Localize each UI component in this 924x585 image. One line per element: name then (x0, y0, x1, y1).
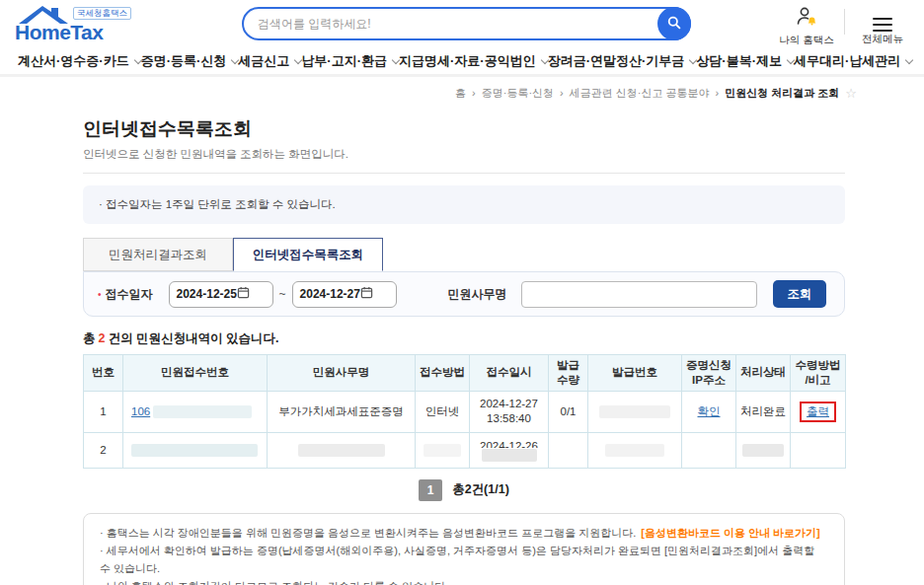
calendar-icon[interactable] (360, 285, 373, 303)
cell-doc-name: 부가가치세과세표준증명 (268, 391, 416, 432)
redacted-block (298, 444, 385, 457)
cell-doc-name (268, 432, 416, 468)
tab-minwon-result[interactable]: 민원처리결과조회 (83, 238, 233, 271)
ip-check-link[interactable]: 확인 (698, 405, 721, 417)
nav-item-tax-report[interactable]: 세금신고 (238, 52, 301, 70)
col-receive: 수령방법 /비고 (791, 355, 846, 392)
breadcrumb-separator: › (560, 87, 564, 99)
hamburger-menu-icon (873, 13, 892, 33)
print-link[interactable]: 출력 (807, 405, 829, 417)
favorite-star-icon[interactable]: ☆ (845, 86, 857, 101)
all-menu-label: 전체메뉴 (851, 33, 914, 46)
my-hometax-label: 나의 홈택스 (775, 34, 838, 47)
doc-name-label: 민원사무명 (448, 286, 507, 303)
user-bell-icon (794, 15, 819, 32)
cell-receipt-no: 106 (123, 391, 268, 432)
search-input[interactable] (258, 9, 643, 38)
notice-line: · 홈택스는 시각 장애인분들을 위해 민원증명을 음성으로 변환시켜주는 음성… (100, 524, 828, 542)
cell-no: 1 (84, 391, 123, 432)
nav-item-consult[interactable]: 상담·불복·제보 (696, 52, 794, 70)
main-navigation: 계산서·영수증·카드 증명·등록·신청 세금신고 납부·고지·환급 지급명세·자… (0, 47, 924, 77)
header-divider (844, 9, 845, 35)
redacted-block (605, 444, 664, 457)
breadcrumb-separator: › (716, 87, 720, 99)
receipt-date-label: 접수일자 (106, 286, 153, 303)
doc-name-input[interactable] (521, 281, 757, 308)
col-receipt-no: 민원접수번호 (123, 355, 268, 392)
col-no: 번호 (84, 355, 123, 392)
global-search-bar (242, 7, 691, 40)
notice-line: · 나의 홈택스와 조회기간이 다르므로 조회되는 건수가 다를 수 있습니다. (100, 577, 828, 585)
search-button[interactable] (657, 7, 691, 40)
breadcrumb: 홈 › 증명·등록·신청 › 세금관련 신청·신고 공통분야 › 민원신청 처리… (83, 77, 857, 109)
calendar-icon[interactable] (237, 285, 250, 303)
notice-line: · 세무서에서 확인하여 발급하는 증명(납세증명서(해외이주용), 사실증명,… (100, 542, 828, 577)
cell-method (416, 432, 470, 468)
cell-receive (791, 432, 846, 468)
page-subtitle: 인터넷으로 신청한 민원내역을 조회하는 화면입니다. (83, 147, 845, 174)
cell-no: 2 (84, 432, 123, 468)
nav-item-statement[interactable]: 지급명세·자료·공익법인 (399, 52, 548, 70)
chevron-down-icon (905, 55, 913, 63)
redacted-block (131, 444, 258, 457)
logo-badge: 국세청홈택스 (73, 7, 131, 20)
cell-qty: 0/1 (549, 391, 588, 432)
breadcrumb-home[interactable]: 홈 (455, 86, 466, 101)
cell-datetime: 2024-12-27 13:58:40 (470, 391, 549, 432)
tab-internet-receipt-list[interactable]: 인터넷접수목록조회 (233, 238, 383, 271)
nav-item-invoice[interactable]: 계산서·영수증·카드 (18, 52, 141, 70)
page-number-button[interactable]: 1 (419, 479, 442, 501)
cell-method: 인터넷 (416, 391, 470, 432)
all-menu-button[interactable]: 전체메뉴 (851, 6, 914, 46)
col-method: 접수방법 (416, 355, 470, 392)
pagination: 1 총2건(1/1) (83, 479, 845, 501)
table-header-row: 번호 민원접수번호 민원사무명 접수방법 접수일시 발급 수량 발급번호 증명신… (84, 355, 846, 392)
col-issue-no: 발급번호 (588, 355, 682, 392)
date-to-input[interactable]: 2024-12-27 (292, 281, 397, 308)
hometax-logo[interactable]: 국세청홈택스 HomeTax (14, 2, 142, 45)
nav-item-tax-agent[interactable]: 세무대리·납세관리 (794, 52, 912, 70)
cell-status (736, 432, 791, 468)
redacted-block (153, 405, 252, 418)
breadcrumb-current: 민원신청 처리결과 조회 (725, 86, 839, 101)
cell-issue-no (588, 432, 682, 468)
search-icon (666, 15, 682, 34)
my-hometax-button[interactable]: 나의 홈택스 (775, 5, 838, 47)
cell-datetime: 2024-12-26 (470, 432, 549, 468)
nav-item-incentive[interactable]: 장려금·연말정산·기부금 (548, 52, 697, 70)
required-dot: • (98, 289, 102, 300)
table-row: 2 2024-12-26 (84, 432, 846, 468)
search-submit-button[interactable]: 조회 (773, 280, 826, 308)
cell-status: 처리완료 (736, 391, 791, 432)
top-notice-box: · 접수일자는 1주일 단위로 조회할 수 있습니다. (83, 185, 845, 224)
cell-ip (682, 432, 736, 468)
col-ip: 증명신청 IP주소 (682, 355, 736, 392)
breadcrumb-common[interactable]: 세금관련 신청·신고 공통분야 (570, 86, 710, 101)
cell-issue-no (588, 391, 682, 432)
clipped-date: 2024-12-26 (474, 439, 544, 448)
voice-barcode-link[interactable]: [음성변환바코드 이용 안내 바로가기] (641, 527, 820, 539)
result-count: 2 (99, 331, 106, 345)
col-datetime: 접수일시 (470, 355, 549, 392)
nav-item-payment[interactable]: 납부·고지·환급 (301, 52, 399, 70)
receipt-no-link[interactable]: 106 (131, 405, 150, 417)
nav-item-certification[interactable]: 증명·등록·신청 (141, 52, 239, 70)
redacted-block (599, 405, 670, 418)
page-title: 인터넷접수목록조회 (83, 116, 845, 142)
date-from-input[interactable]: 2024-12-25 (169, 281, 273, 308)
search-filter-panel: • 접수일자 2024-12-25 ~ 2024-12-27 (83, 271, 845, 317)
breadcrumb-separator: › (472, 87, 476, 99)
logo-brand-text: HomeTax (15, 21, 103, 44)
main-content: 인터넷접수목록조회 인터넷으로 신청한 민원내역을 조회하는 화면입니다. · … (83, 116, 845, 585)
header-utility: 나의 홈택스 전체메뉴 (775, 5, 914, 47)
cell-ip: 확인 (682, 391, 736, 432)
col-qty: 발급 수량 (549, 355, 588, 392)
bottom-notice-box: · 홈택스는 시각 장애인분들을 위해 민원증명을 음성으로 변환시켜주는 음성… (83, 513, 845, 585)
cell-receive: 출력 (791, 391, 846, 432)
page-total-label: 총2건(1/1) (452, 481, 509, 498)
cell-qty (549, 432, 588, 468)
breadcrumb-cert[interactable]: 증명·등록·신청 (482, 86, 554, 101)
tab-bar: 민원처리결과조회 인터넷접수목록조회 (83, 238, 845, 271)
redacted-block (424, 444, 461, 457)
header: 국세청홈택스 HomeTax 나의 홈택스 (0, 0, 924, 47)
